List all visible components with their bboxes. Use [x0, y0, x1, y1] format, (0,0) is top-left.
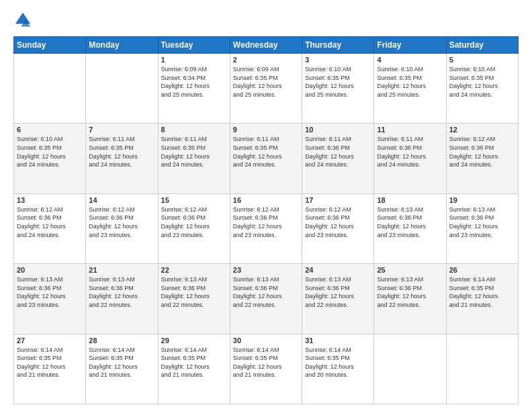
day-header-saturday: Saturday [446, 37, 518, 54]
day-number: 20 [17, 266, 83, 274]
day-info: Sunrise: 6:13 AMSunset: 6:36 PMDaylight:… [449, 205, 515, 239]
day-info: Sunrise: 6:11 AMSunset: 6:35 PMDaylight:… [161, 135, 227, 169]
day-header-friday: Friday [374, 37, 446, 54]
day-info: Sunrise: 6:10 AMSunset: 6:35 PMDaylight:… [305, 65, 371, 99]
calendar-cell: 19Sunrise: 6:13 AMSunset: 6:36 PMDayligh… [446, 193, 518, 263]
day-header-wednesday: Wednesday [230, 37, 302, 54]
day-number: 24 [305, 266, 371, 274]
day-info: Sunrise: 6:14 AMSunset: 6:35 PMDaylight:… [89, 346, 154, 379]
calendar-cell: 4Sunrise: 6:10 AMSunset: 6:35 PMDaylight… [374, 54, 446, 124]
calendar-cell: 26Sunrise: 6:14 AMSunset: 6:35 PMDayligh… [446, 264, 518, 334]
calendar-cell [374, 334, 446, 404]
day-number: 14 [89, 196, 154, 204]
week-row-5: 27Sunrise: 6:14 AMSunset: 6:35 PMDayligh… [14, 334, 519, 404]
day-number: 29 [161, 336, 227, 345]
day-info: Sunrise: 6:13 AMSunset: 6:36 PMDaylight:… [89, 275, 154, 309]
calendar-cell: 21Sunrise: 6:13 AMSunset: 6:36 PMDayligh… [86, 264, 158, 334]
day-number: 3 [305, 56, 371, 64]
day-number: 1 [161, 56, 227, 64]
day-header-thursday: Thursday [302, 37, 374, 54]
day-number: 17 [305, 196, 371, 204]
calendar-cell: 9Sunrise: 6:11 AMSunset: 6:35 PMDaylight… [230, 124, 302, 193]
day-info: Sunrise: 6:11 AMSunset: 6:36 PMDaylight:… [377, 135, 443, 169]
calendar-cell: 23Sunrise: 6:13 AMSunset: 6:36 PMDayligh… [230, 264, 302, 334]
day-info: Sunrise: 6:12 AMSunset: 6:36 PMDaylight:… [161, 205, 227, 239]
day-number: 18 [377, 196, 443, 204]
day-header-monday: Monday [86, 37, 158, 54]
calendar-cell: 11Sunrise: 6:11 AMSunset: 6:36 PMDayligh… [374, 124, 446, 193]
day-info: Sunrise: 6:14 AMSunset: 6:35 PMDaylight:… [305, 346, 371, 379]
day-info: Sunrise: 6:13 AMSunset: 6:36 PMDaylight:… [233, 275, 299, 309]
day-info: Sunrise: 6:12 AMSunset: 6:36 PMDaylight:… [449, 135, 515, 169]
calendar-cell: 7Sunrise: 6:11 AMSunset: 6:35 PMDaylight… [86, 124, 158, 193]
calendar-cell [446, 334, 518, 404]
day-number: 6 [17, 126, 83, 134]
day-info: Sunrise: 6:14 AMSunset: 6:35 PMDaylight:… [17, 346, 83, 379]
calendar-cell: 24Sunrise: 6:13 AMSunset: 6:36 PMDayligh… [302, 264, 374, 334]
day-number: 28 [89, 336, 154, 345]
day-info: Sunrise: 6:10 AMSunset: 6:35 PMDaylight:… [377, 65, 443, 99]
calendar-cell: 13Sunrise: 6:12 AMSunset: 6:36 PMDayligh… [14, 193, 86, 263]
day-number: 2 [233, 56, 299, 64]
day-info: Sunrise: 6:10 AMSunset: 6:35 PMDaylight:… [17, 135, 83, 169]
logo [13, 11, 35, 30]
day-info: Sunrise: 6:14 AMSunset: 6:35 PMDaylight:… [161, 346, 227, 379]
page: SundayMondayTuesdayWednesdayThursdayFrid… [0, 0, 532, 411]
calendar-cell: 8Sunrise: 6:11 AMSunset: 6:35 PMDaylight… [158, 124, 230, 193]
week-row-4: 20Sunrise: 6:13 AMSunset: 6:36 PMDayligh… [14, 264, 519, 334]
calendar-cell [14, 54, 86, 124]
calendar-cell: 28Sunrise: 6:14 AMSunset: 6:35 PMDayligh… [86, 334, 158, 404]
day-number: 26 [449, 266, 515, 274]
calendar-cell: 3Sunrise: 6:10 AMSunset: 6:35 PMDaylight… [302, 54, 374, 124]
calendar-cell: 12Sunrise: 6:12 AMSunset: 6:36 PMDayligh… [446, 124, 518, 193]
day-number: 27 [17, 336, 83, 345]
calendar-cell: 30Sunrise: 6:14 AMSunset: 6:35 PMDayligh… [230, 334, 302, 404]
day-number: 10 [305, 126, 371, 134]
calendar-cell: 14Sunrise: 6:12 AMSunset: 6:36 PMDayligh… [86, 193, 158, 263]
calendar-cell: 27Sunrise: 6:14 AMSunset: 6:35 PMDayligh… [14, 334, 86, 404]
day-number: 11 [377, 126, 443, 134]
day-number: 15 [161, 196, 227, 204]
day-info: Sunrise: 6:13 AMSunset: 6:36 PMDaylight:… [377, 205, 443, 239]
day-number: 23 [233, 266, 299, 274]
calendar-cell: 5Sunrise: 6:10 AMSunset: 6:35 PMDaylight… [446, 54, 518, 124]
day-number: 5 [449, 56, 515, 64]
day-number: 7 [89, 126, 154, 134]
calendar-cell [86, 54, 158, 124]
day-info: Sunrise: 6:14 AMSunset: 6:35 PMDaylight:… [449, 275, 515, 309]
day-header-tuesday: Tuesday [158, 37, 230, 54]
day-info: Sunrise: 6:12 AMSunset: 6:36 PMDaylight:… [233, 205, 299, 239]
day-info: Sunrise: 6:09 AMSunset: 6:34 PMDaylight:… [161, 65, 227, 99]
day-info: Sunrise: 6:13 AMSunset: 6:36 PMDaylight:… [17, 275, 83, 309]
calendar-cell: 18Sunrise: 6:13 AMSunset: 6:36 PMDayligh… [374, 193, 446, 263]
calendar-cell: 16Sunrise: 6:12 AMSunset: 6:36 PMDayligh… [230, 193, 302, 263]
calendar-cell: 15Sunrise: 6:12 AMSunset: 6:36 PMDayligh… [158, 193, 230, 263]
day-info: Sunrise: 6:11 AMSunset: 6:35 PMDaylight:… [89, 135, 154, 169]
calendar-cell: 25Sunrise: 6:13 AMSunset: 6:36 PMDayligh… [374, 264, 446, 334]
day-number: 12 [449, 126, 515, 134]
svg-marker-0 [15, 13, 30, 24]
day-number: 8 [161, 126, 227, 134]
day-info: Sunrise: 6:13 AMSunset: 6:36 PMDaylight:… [305, 275, 371, 309]
day-info: Sunrise: 6:12 AMSunset: 6:36 PMDaylight:… [17, 205, 83, 239]
day-info: Sunrise: 6:13 AMSunset: 6:36 PMDaylight:… [161, 275, 227, 309]
day-number: 21 [89, 266, 154, 274]
day-number: 4 [377, 56, 443, 64]
day-number: 9 [233, 126, 299, 134]
calendar-table: SundayMondayTuesdayWednesdayThursdayFrid… [13, 36, 519, 404]
day-number: 31 [305, 336, 371, 345]
calendar-cell: 31Sunrise: 6:14 AMSunset: 6:35 PMDayligh… [302, 334, 374, 404]
day-header-sunday: Sunday [14, 37, 86, 54]
day-info: Sunrise: 6:12 AMSunset: 6:36 PMDaylight:… [89, 205, 154, 239]
day-number: 25 [377, 266, 443, 274]
day-info: Sunrise: 6:11 AMSunset: 6:36 PMDaylight:… [305, 135, 371, 169]
calendar-cell: 22Sunrise: 6:13 AMSunset: 6:36 PMDayligh… [158, 264, 230, 334]
calendar-cell: 17Sunrise: 6:12 AMSunset: 6:36 PMDayligh… [302, 193, 374, 263]
day-number: 13 [17, 196, 83, 204]
calendar-header-row: SundayMondayTuesdayWednesdayThursdayFrid… [14, 37, 519, 54]
header [13, 11, 519, 30]
day-info: Sunrise: 6:11 AMSunset: 6:35 PMDaylight:… [233, 135, 299, 169]
calendar-cell: 1Sunrise: 6:09 AMSunset: 6:34 PMDaylight… [158, 54, 230, 124]
day-info: Sunrise: 6:13 AMSunset: 6:36 PMDaylight:… [377, 275, 443, 309]
day-number: 22 [161, 266, 227, 274]
